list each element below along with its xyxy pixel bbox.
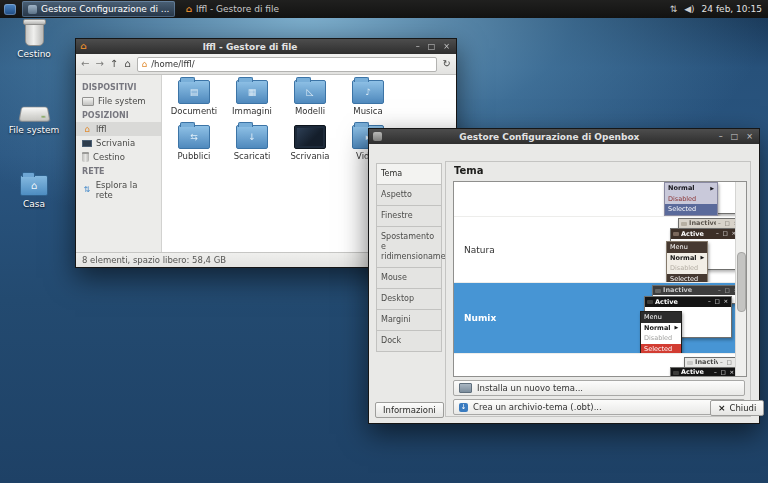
sidebar-item-label: lffl	[96, 124, 107, 134]
tab-tema[interactable]: Tema	[377, 164, 441, 184]
scrollbar-thumb[interactable]	[737, 252, 746, 312]
menu-item-label: Selected	[644, 346, 672, 353]
tab-desktop[interactable]: Desktop	[377, 288, 441, 309]
tab-margini[interactable]: Margini	[377, 309, 441, 330]
network-icon[interactable]: ⇅	[670, 4, 678, 14]
informazioni-button[interactable]: Informazioni	[375, 402, 444, 418]
home-button[interactable]: ⌂	[124, 59, 130, 69]
sidebar-item-esplora-la-rete[interactable]: ⇅ Esplora la rete	[76, 178, 161, 202]
install-theme-button[interactable]: Installa un nuovo tema...	[453, 380, 745, 396]
volume-icon[interactable]: ◀)	[684, 4, 694, 14]
minimize-button[interactable]: –	[414, 39, 422, 54]
close-button[interactable]: ×	[441, 39, 452, 54]
forward-button[interactable]: →	[95, 59, 103, 69]
menu-item-disabled: Disabled	[665, 194, 717, 205]
sidebar-item-label: Esplora la rete	[96, 180, 155, 200]
informazioni-label: Informazioni	[383, 405, 436, 415]
openbox-titlebar[interactable]: Gestore Configurazione di Openbox – □ ×	[369, 129, 759, 144]
menu-item-normal: Normal▶	[667, 253, 707, 264]
mini-window-title: Inactive	[663, 287, 716, 294]
mini-window-controls: – □ ×	[708, 299, 729, 305]
folder-musica[interactable]: ♪ Musica	[339, 80, 397, 124]
tab-spostamento[interactable]: Spostamento e ridimensionamento	[377, 226, 441, 267]
sidebar-item-lffl[interactable]: ⌂ lffl	[76, 122, 161, 136]
minimize-button[interactable]: –	[717, 129, 725, 144]
desktop-icon-label: Cestino	[4, 49, 64, 59]
folder-immagini[interactable]: ▦ Immagini	[223, 80, 281, 124]
folder-icon: ◺	[294, 80, 326, 104]
desktop-icon-casa[interactable]: ⌂ Casa	[4, 168, 64, 209]
document-emblem-icon: ▤	[190, 88, 199, 97]
taskbar-button-openbox-config[interactable]: Gestore Configurazione di ...	[22, 1, 175, 17]
hard-drive-icon	[18, 107, 50, 122]
tab-finestre[interactable]: Finestre	[377, 205, 441, 226]
menu-item-normal: Normal▶	[641, 323, 681, 334]
openbox-app-icon	[28, 5, 37, 14]
menu-item-selected: Selected	[641, 344, 681, 354]
reload-button[interactable]: ↻	[443, 59, 451, 69]
menu-item-selected: Selected	[665, 204, 717, 215]
mini-window-controls: – □ ×	[716, 231, 737, 237]
maximize-button[interactable]: □	[729, 129, 741, 144]
folder-icon: ♪	[352, 80, 384, 104]
menu-item-disabled: Disabled	[641, 333, 681, 344]
taskbar-button-label: lffl - Gestore di file	[196, 4, 279, 14]
folder-documenti[interactable]: ▤ Documenti	[165, 80, 223, 124]
sidebar-item-scrivania[interactable]: Scrivania	[76, 136, 161, 150]
folder-name: Immagini	[223, 106, 281, 116]
maximize-button[interactable]: □	[426, 39, 438, 54]
page-title: Tema	[454, 165, 483, 176]
chiudi-button[interactable]: × Chiudi	[710, 400, 764, 416]
desktop: Gestore Configurazione di ... ⌂ lffl - G…	[0, 0, 768, 483]
drive-icon	[82, 97, 94, 106]
openbox-window-icon	[373, 132, 382, 141]
desktop-icon-cestino[interactable]: Cestino	[4, 18, 64, 59]
menu-item-selected: Selected	[667, 274, 707, 283]
applications-menu-button[interactable]	[0, 0, 20, 18]
mini-window-icon	[647, 300, 653, 304]
up-button[interactable]: ↑	[110, 59, 118, 69]
folder-pubblici[interactable]: ⇆ Pubblici	[165, 125, 223, 169]
folder-name: Musica	[339, 106, 397, 116]
theme-row-partial-top[interactable]: Normal▶ Disabled Selected	[454, 182, 746, 216]
create-theme-archive-label: Crea un archivio-tema (.obt)...	[473, 402, 602, 412]
theme-list-scrollbar[interactable]	[735, 182, 746, 376]
home-icon: ⌂	[80, 42, 86, 51]
taskbar-button-file-manager[interactable]: ⌂ lffl - Gestore di file	[179, 1, 285, 17]
close-button[interactable]: ×	[744, 129, 755, 144]
create-theme-archive-button[interactable]: ↓ Crea un archivio-tema (.obt)...	[453, 399, 745, 415]
folder-scrivania[interactable]: Scrivania	[281, 125, 339, 169]
desktop-icon-file-system[interactable]: File system	[4, 94, 64, 135]
home-folder-icon: ⌂	[142, 59, 148, 69]
path-bar[interactable]: ⌂ /home/lffl/	[137, 57, 437, 72]
mini-window-title: Active	[681, 369, 712, 376]
trash-icon	[25, 22, 44, 46]
filemanager-titlebar[interactable]: ⌂ lffl - Gestore di file – □ ×	[76, 39, 456, 54]
theme-row-natura[interactable]: Natura Inactive– □ × Active– □ × Menu No…	[454, 216, 746, 282]
menu-item-label: Normal	[644, 325, 671, 332]
theme-row-partial-bottom[interactable]: Inactive– □ × Active– □ ×	[454, 353, 746, 377]
mini-window-icon	[673, 371, 679, 375]
theme-row-numix[interactable]: Numix Inactive– □ × Active– □ × Menu Nor…	[454, 282, 746, 353]
current-path: /home/lffl/	[151, 59, 194, 69]
sidebar-item-file-system[interactable]: File system	[76, 94, 161, 108]
folder-icon: ↓	[236, 125, 268, 149]
folder-scaricati[interactable]: ↓ Scaricati	[223, 125, 281, 169]
menu-item-label: Normal	[668, 185, 695, 192]
tab-mouse[interactable]: Mouse	[377, 267, 441, 288]
theme-preview-menu: Normal▶ Disabled Selected	[664, 182, 718, 216]
tab-aspetto[interactable]: Aspetto	[377, 184, 441, 205]
system-tray: ⇅ ◀) 24 feb, 10:15	[670, 4, 768, 14]
folder-name: Scrivania	[281, 151, 339, 161]
desktop-icon-label: File system	[4, 125, 64, 135]
tab-dock[interactable]: Dock	[377, 330, 441, 351]
folder-modelli[interactable]: ◺ Modelli	[281, 80, 339, 124]
submenu-arrow-icon: ▶	[675, 325, 679, 330]
mini-window-title: Inactive	[695, 359, 718, 366]
sidebar-item-cestino[interactable]: Cestino	[76, 150, 161, 164]
clock[interactable]: 24 feb, 10:15	[702, 4, 762, 14]
sidebar-header-devices: DISPOSITIVI	[76, 80, 161, 94]
back-button[interactable]: ←	[81, 59, 89, 69]
folder-name: Documenti	[165, 106, 223, 116]
window-title: lffl - Gestore di file	[90, 42, 409, 52]
